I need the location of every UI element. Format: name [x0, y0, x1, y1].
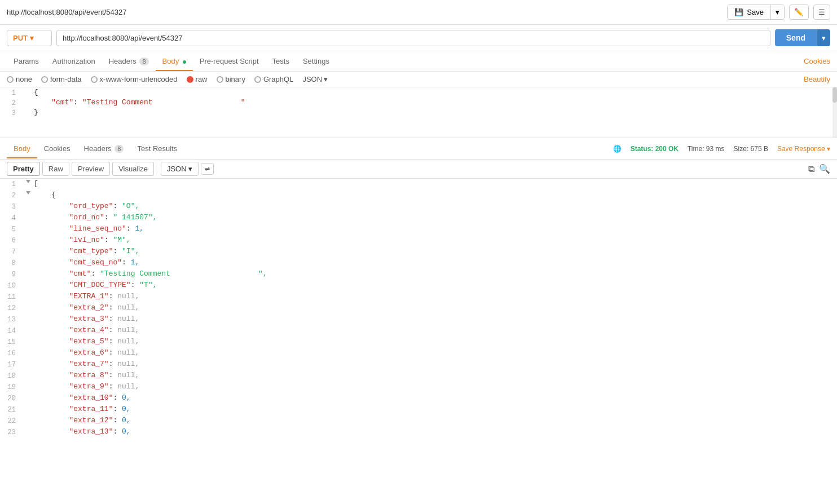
body-type-graphql[interactable]: GraphQL	[254, 75, 293, 83]
resp-line-5: 5 "line_seq_no": 1,	[0, 224, 837, 235]
tab-settings[interactable]: Settings	[296, 52, 336, 71]
line-gutter-1	[23, 179, 34, 184]
line-gutter-2	[23, 191, 34, 195]
response-time: Time: 93 ms	[688, 145, 725, 153]
url-input[interactable]	[56, 30, 770, 46]
top-bar-actions: 💾 Save ▾ ✏️ ☰	[727, 5, 830, 20]
edit-icon-button[interactable]: ✏️	[789, 5, 809, 20]
editor-scrollbar[interactable]	[832, 87, 837, 138]
radio-formdata	[41, 76, 48, 83]
view-pretty-button[interactable]: Pretty	[7, 162, 40, 176]
tab-headers[interactable]: Headers 8	[102, 52, 156, 71]
resp-line-3: 3 "ord_type": "O",	[0, 201, 837, 213]
response-body: 1[2 {3 "ord_type": "O",4 "ord_no": " 141…	[0, 179, 837, 435]
req-line-3: 3 }	[0, 108, 837, 118]
resp-line-10: 10 "CMT_DOC_TYPE": "T",	[0, 280, 837, 291]
json-format-select[interactable]: JSON ▾	[302, 75, 328, 83]
req-line-2: 2 "cmt": "Testing Comment "	[0, 98, 837, 108]
body-type-none[interactable]: none	[7, 75, 32, 83]
beautify-link[interactable]: Beautify	[804, 75, 830, 83]
globe-icon: 🌐	[613, 145, 622, 153]
resp-line-6: 6 "lvl_no": "M",	[0, 235, 837, 246]
radio-urlencoded	[91, 76, 98, 83]
resp-line-18: 18 "extra_8": null,	[0, 370, 837, 382]
resp-line-23: 23 "extra_13": 0,	[0, 427, 837, 435]
cookies-link[interactable]: Cookies	[804, 57, 830, 65]
wrap-lines-button[interactable]: ⇌	[201, 163, 214, 175]
resp-line-17: 17 "extra_7": null,	[0, 359, 837, 370]
tab-prerequest[interactable]: Pre-request Script	[193, 52, 266, 71]
resp-line-22: 22 "extra_12": 0,	[0, 415, 837, 427]
resp-line-16: 16 "extra_6": null,	[0, 348, 837, 359]
view-visualize-button[interactable]: Visualize	[112, 162, 154, 176]
save-btn-group: 💾 Save ▾	[727, 5, 785, 20]
save-icon: 💾	[734, 8, 743, 16]
resp-line-11: 11 "EXTRA_1": null,	[0, 291, 837, 303]
copy-button[interactable]: ⧉	[808, 163, 814, 174]
resp-line-19: 19 "extra_9": null,	[0, 382, 837, 393]
radio-graphql	[254, 76, 261, 83]
resp-line-13: 13 "extra_3": null,	[0, 314, 837, 325]
window-title: http://localhost:8080/api/event/54327	[7, 8, 127, 16]
tab-authorization[interactable]: Authorization	[46, 52, 102, 71]
resp-line-8: 8 "cmt_seq_no": 1,	[0, 258, 837, 269]
resp-tab-testresults[interactable]: Test Results	[130, 140, 184, 158]
chevron-down-icon: ▾	[188, 165, 192, 173]
tab-params[interactable]: Params	[7, 52, 46, 71]
resp-line-14: 14 "extra_4": null,	[0, 325, 837, 337]
body-type-raw[interactable]: raw	[187, 75, 208, 83]
resp-tab-headers[interactable]: Headers 8	[77, 140, 131, 158]
resp-json-format-select[interactable]: JSON ▾	[161, 162, 199, 176]
send-dropdown-button[interactable]: ▾	[817, 29, 830, 46]
resp-tab-cookies[interactable]: Cookies	[37, 140, 77, 158]
view-preview-button[interactable]: Preview	[72, 162, 110, 176]
radio-raw	[187, 76, 193, 83]
top-bar: http://localhost:8080/api/event/54327 💾 …	[0, 0, 837, 25]
response-controls: Pretty Raw Preview Visualize JSON ▾ ⇌ ⧉ …	[0, 160, 837, 179]
resp-line-7: 7 "cmt_type": "I",	[0, 246, 837, 258]
radio-none	[7, 76, 14, 83]
resp-line-21: 21 "extra_11": 0,	[0, 404, 837, 415]
resp-line-2: 2 {	[0, 190, 837, 201]
send-button[interactable]: Send	[775, 29, 817, 46]
send-group: Send ▾	[775, 29, 830, 46]
resp-icon-group: ⧉ 🔍	[808, 163, 830, 174]
request-body-editor[interactable]: 1 { 2 "cmt": "Testing Comment " 3 }	[0, 87, 837, 138]
response-tabs: Body Cookies Headers 8 Test Results 🌐 St…	[0, 138, 837, 160]
menu-icon-button[interactable]: ☰	[813, 5, 830, 20]
response-status: 🌐 Status: 200 OK Time: 93 ms Size: 675 B…	[613, 145, 830, 153]
search-icon-button[interactable]: 🔍	[819, 163, 830, 174]
save-dropdown-button[interactable]: ▾	[770, 5, 784, 19]
chevron-down-icon: ▾	[324, 75, 328, 83]
resp-line-20: 20 "extra_10": 0,	[0, 393, 837, 404]
resp-line-15: 15 "extra_5": null,	[0, 337, 837, 348]
chevron-down-icon: ▾	[30, 34, 34, 42]
body-type-urlencoded[interactable]: x-www-form-urlencoded	[91, 75, 178, 83]
body-types: none form-data x-www-form-urlencoded raw…	[0, 72, 837, 87]
tab-tests[interactable]: Tests	[266, 52, 296, 71]
view-raw-button[interactable]: Raw	[42, 162, 69, 176]
req-line-1: 1 {	[0, 87, 837, 98]
method-select[interactable]: PUT ▾	[7, 30, 52, 46]
resp-line-4: 4 "ord_no": " 141507",	[0, 213, 837, 224]
save-button[interactable]: 💾 Save	[728, 5, 770, 19]
save-response-link[interactable]: Save Response ▾	[777, 145, 830, 153]
resp-line-1: 1[	[0, 179, 837, 190]
resp-line-9: 9 "cmt": "Testing Comment ",	[0, 269, 837, 280]
resp-line-12: 12 "extra_2": null,	[0, 303, 837, 314]
request-bar: PUT ▾ Send ▾	[0, 25, 837, 51]
tab-body[interactable]: Body	[156, 52, 193, 71]
radio-binary	[217, 76, 223, 83]
body-type-formdata[interactable]: form-data	[41, 75, 82, 83]
editor-scrollbar-thumb	[832, 87, 837, 103]
status-code: Status: 200 OK	[631, 145, 679, 153]
request-tabs: Params Authorization Headers 8 Body Pre-…	[0, 51, 837, 72]
response-size: Size: 675 B	[734, 145, 768, 153]
resp-tab-body[interactable]: Body	[7, 140, 37, 158]
body-type-binary[interactable]: binary	[217, 75, 245, 83]
